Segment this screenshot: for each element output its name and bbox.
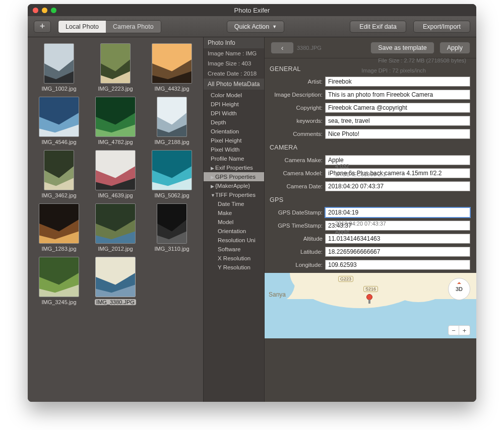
tab-local-photo[interactable]: Local Photo <box>58 21 106 33</box>
tree-item[interactable]: ▼TIFF Properties <box>204 190 264 199</box>
field-label: Artist: <box>269 79 325 85</box>
metadata-panel: Photo Info Image Name : IMG Image Size :… <box>203 37 265 402</box>
photo-gallery[interactable]: IMG_1002.jpg IMG_2223.jpg IMG_4432.jpg I… <box>28 37 203 402</box>
disclosure-triangle-icon: ▶ <box>211 184 215 189</box>
gallery-item[interactable]: IMG_4432.jpg <box>144 43 200 92</box>
field-input[interactable] <box>325 260 470 270</box>
field-input[interactable] <box>325 234 470 244</box>
thumbnail <box>157 203 187 244</box>
minimize-icon[interactable] <box>42 8 47 13</box>
app-window: Photo Exifer + Local Photo Camera Photo … <box>28 4 476 402</box>
road-label-1: G223 <box>338 276 353 282</box>
map-pin-icon[interactable] <box>366 294 372 300</box>
thumbnail-caption: IMG_4546.jpg <box>41 139 76 145</box>
tree-item[interactable]: Depth <box>204 118 264 127</box>
tree-item[interactable]: ▶{MakerApple} <box>204 181 264 190</box>
tree-item[interactable]: Make <box>204 208 264 218</box>
field-input[interactable] <box>325 77 470 87</box>
field-input[interactable] <box>325 181 470 191</box>
tree-item[interactable]: Profile Name <box>204 154 264 163</box>
gallery-item[interactable]: IMG_4782.jpg <box>87 97 144 145</box>
toolbar: + Local Photo Camera Photo Quick Action … <box>28 16 476 37</box>
field-label: Camera Date: <box>269 183 325 189</box>
gallery-item[interactable]: IMG_3380.JPG <box>87 257 144 305</box>
road-label-2: S216 <box>363 286 378 292</box>
tab-camera-photo[interactable]: Camera Photo <box>106 21 161 33</box>
field-input[interactable] <box>325 103 470 113</box>
field-input[interactable] <box>325 207 470 218</box>
gallery-item[interactable]: IMG_4546.jpg <box>31 97 87 145</box>
tree-item[interactable]: Software <box>204 245 264 254</box>
disclosure-triangle-icon: ▶ <box>211 175 215 180</box>
tree-item[interactable]: Resolution Uni <box>204 236 264 245</box>
zoom-in-button[interactable]: + <box>459 325 470 335</box>
gallery-item[interactable]: IMG_1002.jpg <box>31 43 87 92</box>
gallery-item[interactable]: IMG_2012.jpg <box>87 203 144 252</box>
gallery-item[interactable]: IMG_3245.jpg <box>31 257 87 305</box>
tree-item[interactable]: Color Model <box>204 91 264 100</box>
gallery-item[interactable]: IMG_1283.jpg <box>31 203 87 252</box>
gallery-item[interactable]: IMG_3110.jpg <box>144 203 200 252</box>
gallery-item[interactable]: IMG_2188.jpg <box>144 97 200 145</box>
thumbnail <box>100 43 131 84</box>
thumbnail-caption: IMG_4782.jpg <box>98 139 133 145</box>
save-template-button[interactable]: Save as template <box>370 42 434 54</box>
thumbnail-caption: IMG_3245.jpg <box>41 299 76 305</box>
gps-map[interactable]: Sanya G223 S216 3D − + <box>265 273 476 338</box>
camera-date-hint: 2018:04:20 07:43:37 <box>335 221 386 227</box>
thumbnail-caption: IMG_2012.jpg <box>98 246 133 252</box>
thumbnail-caption: IMG_1283.jpg <box>41 246 76 252</box>
zoom-icon[interactable] <box>51 8 56 13</box>
disclosure-triangle-icon: ▼ <box>211 193 215 198</box>
image-name-row: Image Name : IMG <box>204 48 264 58</box>
field-label: Latitude: <box>269 249 325 255</box>
thumbnail <box>95 150 136 190</box>
tree-item[interactable]: Orientation <box>204 227 264 236</box>
field-input[interactable] <box>325 90 470 100</box>
gallery-item[interactable]: IMG_4639.jpg <box>87 150 144 198</box>
profile-hint: sRGB IEC61966-2.1 <box>335 171 386 177</box>
form-row: Latitude: <box>269 247 470 257</box>
tree-item[interactable]: ▶Exif Properties <box>204 163 264 172</box>
zoom-out-button[interactable]: − <box>448 325 459 335</box>
field-input[interactable] <box>325 116 470 126</box>
form-row: Longitude: <box>269 260 470 270</box>
thumbnail-caption: IMG_3110.jpg <box>154 246 189 252</box>
export-import-button[interactable]: Export/Import <box>413 21 470 33</box>
pixel-width-hint: 4,032 <box>335 163 349 169</box>
tree-item[interactable]: Pixel Height <box>204 136 264 145</box>
edit-exif-button[interactable]: Edit Exif data <box>350 21 406 33</box>
tree-item[interactable]: Model <box>204 218 264 227</box>
back-button[interactable]: ‹ <box>271 42 294 54</box>
tree-item[interactable]: X Resolution <box>204 254 264 263</box>
form-row: Image Description: <box>269 90 470 100</box>
exif-form: File Size : 2.72 MB (2718508 bytes) Imag… <box>265 58 476 402</box>
tree-item[interactable]: DPI Width <box>204 109 264 118</box>
field-input[interactable] <box>325 129 470 139</box>
field-label: Comments: <box>269 131 325 137</box>
apply-button[interactable]: Apply <box>439 42 470 54</box>
gallery-item[interactable]: IMG_2223.jpg <box>87 43 144 92</box>
quick-action-button[interactable]: Quick Action ▼ <box>227 21 284 33</box>
make-hint: Apple <box>335 229 349 235</box>
field-label: Camera Model: <box>269 170 325 176</box>
form-row: Camera Make: <box>269 155 470 165</box>
tree-item[interactable]: DPI Height <box>204 100 264 109</box>
close-icon[interactable] <box>33 8 38 13</box>
field-label: Longitude: <box>269 262 325 268</box>
field-input[interactable] <box>325 247 470 257</box>
field-label: Altitude <box>269 236 325 242</box>
gallery-item[interactable]: IMG_5062.jpg <box>144 150 200 198</box>
thumbnail <box>152 150 192 190</box>
tree-item[interactable]: Orientation <box>204 127 264 136</box>
add-button[interactable]: + <box>34 21 51 33</box>
thumbnail-caption: IMG_2223.jpg <box>98 86 133 92</box>
compass-3d-button[interactable]: 3D <box>448 278 470 300</box>
tree-item[interactable]: Y Resolution <box>204 263 264 272</box>
gallery-item[interactable]: IMG_3462.jpg <box>31 150 87 198</box>
tree-item[interactable]: Date Time <box>204 199 264 208</box>
thumbnail <box>39 257 79 297</box>
filename-hint: 3380.JPG <box>297 45 322 51</box>
tree-item[interactable]: ▶GPS Properties <box>204 172 264 181</box>
tree-item[interactable]: Pixel Width <box>204 145 264 154</box>
